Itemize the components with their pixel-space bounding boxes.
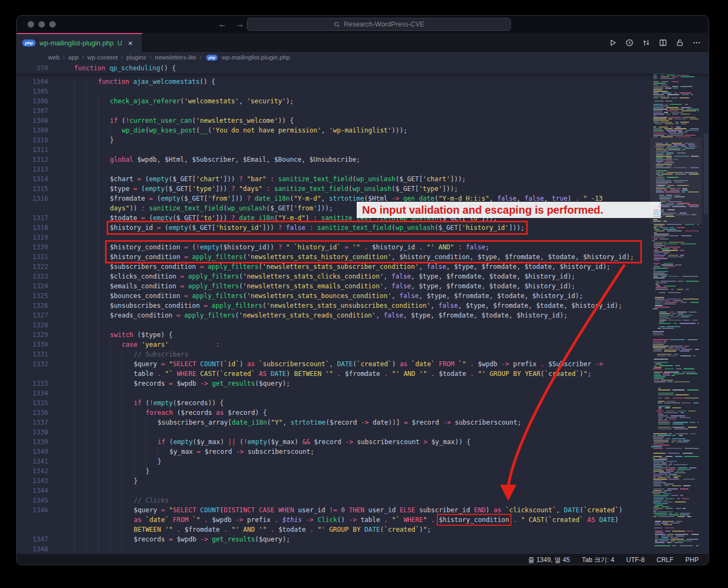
code-line-1322[interactable]: 1322$subscribers_condition = apply_filte… [17,262,709,272]
code-line-1340[interactable]: 1340$y_max = $record -> subscriberscount… [17,447,709,457]
code-line-1339[interactable]: 1339if (empty($y_max) || (!empty($y_max)… [17,437,709,447]
code-line-1342[interactable]: 1342} [17,466,709,476]
line-number: 1321 [17,252,56,262]
code-line-content: BETWEEN '" . $fromdate . "' AND '" . $to… [74,525,431,534]
scrollbar-thumb[interactable] [704,133,708,214]
line-number: 1306 [17,96,56,106]
line-number: 1334 [17,388,56,398]
more-actions-icon[interactable] [692,38,701,47]
code-line-1321[interactable]: 1321$history_condition = apply_filters('… [17,252,709,262]
line-number: 1325 [17,291,56,301]
breadcrumb-item-plugins[interactable]: plugins [127,54,146,61]
line-number: 1318 [17,223,56,233]
status-item[interactable]: CRLF [657,556,673,564]
code-line-1346[interactable]: 1346$query = "SELECT COUNT(DISTINCT CASE… [17,505,709,515]
code-line-1336[interactable]: 1336foreach ($records as $record) { [17,408,709,418]
code-line-1309[interactable]: 1309wp_die(wp_kses_post(__('You do not h… [17,125,709,135]
code-line-content: $clicks_condition = apply_filters('newsl… [74,272,575,281]
breadcrumb-separator: › [121,54,123,61]
code-line-1332[interactable]: 1332$query = "SELECT COUNT(`id`) as `sub… [17,359,709,369]
code-line-1324[interactable]: 1324$emails_condition = apply_filters('n… [17,281,709,291]
code-line-content: $query = "SELECT COUNT(`id`) as `subscri… [74,359,603,369]
breadcrumb-item-newsletters-lite[interactable]: newsletters-lite [155,54,196,61]
code-line-1348[interactable]: 1348 [17,544,709,554]
code-line-1328[interactable]: 1328 [17,320,709,330]
compare-changes-icon[interactable] [642,38,651,47]
code-line-1304[interactable]: 1304function ajax_welcomestats() { [17,77,709,87]
tab-wp-mailinglist-plugin[interactable]: php wp-mailinglist-plugin.php U × [17,33,142,52]
breadcrumb-item-app[interactable]: app [68,54,78,61]
maximize-window-button[interactable] [49,21,56,28]
code-line-1337[interactable]: 1337$subscribers_array[date_i18n("Y", st… [17,418,709,427]
code-line-1307[interactable]: 1307 [17,106,709,116]
status-item[interactable]: 줄 1349, 열 45 [528,556,570,565]
code-line-1320[interactable]: 1320$history_condition = (!empty($histor… [17,242,709,252]
line-number: 1344 [17,486,56,495]
code-line-content [74,164,110,174]
code-line-1325[interactable]: 1325$bounces_condition = apply_filters('… [17,291,709,301]
code-line-1314[interactable]: 1314$chart = (empty($_GET['chart'])) ? "… [17,174,709,184]
code-line-1311[interactable]: 1311 [17,145,709,155]
code-line-wrap[interactable]: as `date` FROM `" . $wpdb -> prefix . $t… [17,515,709,525]
back-arrow-icon[interactable]: ← [218,18,227,30]
code-line-content: $unsubscribes_condition = apply_filters(… [74,301,622,310]
code-line-1326[interactable]: 1326$unsubscribes_condition = apply_filt… [17,301,709,310]
breadcrumb-item-wp-content[interactable]: wp-content [87,54,117,61]
code-line-1344[interactable]: 1344 [17,486,709,495]
code-line-1327[interactable]: 1327$reads_condition = apply_filters('ne… [17,310,709,320]
code-line-1310[interactable]: 1310} [17,135,709,145]
code-line-wrap[interactable]: table . "` WHERE CAST(`created` AS DATE)… [17,369,709,379]
code-line-content: $history_condition = (!empty($history_id… [74,242,489,252]
minimap[interactable] [650,67,702,549]
line-number: 1339 [17,437,56,447]
split-editor-icon[interactable] [659,38,667,47]
unlock-icon[interactable] [675,38,684,47]
status-item[interactable]: UTF-8 [626,556,645,564]
run-icon[interactable] [608,38,617,47]
close-window-button[interactable] [28,21,34,28]
line-number: 1338 [17,427,56,437]
code-line-1334[interactable]: 1334 [17,388,709,398]
breadcrumb-item-web[interactable]: web [48,54,60,61]
code-editor[interactable]: No input validation and escaping is perf… [17,74,709,554]
code-line-1306[interactable]: 1306check_ajax_referer('welcomestats', '… [17,96,709,106]
forward-arrow-icon[interactable]: → [235,18,244,30]
code-line-1335[interactable]: 1335if (!empty($records)) { [17,398,709,408]
line-number: 1309 [17,125,56,135]
line-number: 1316 [17,194,56,203]
status-item[interactable]: Tab 크기: 4 [582,556,614,565]
code-line-1343[interactable]: 1343} [17,476,709,486]
code-line-1347[interactable]: 1347$records = $wpdb -> get_results($que… [17,534,709,544]
timeline-history-icon[interactable] [625,38,634,47]
tab-close-icon[interactable]: × [128,38,133,48]
code-line-1345[interactable]: 1345// Clicks [17,495,709,505]
code-line-1329[interactable]: 1329switch ($type) { [17,330,709,340]
minimize-window-button[interactable] [38,21,45,28]
breadcrumb-item-wp-mailinglist-plugin.php[interactable]: wp-mailinglist-plugin.php [222,54,290,61]
code-line-1331[interactable]: 1331// Subscribers [17,349,709,359]
line-number: 1327 [17,310,56,320]
code-line-1305[interactable]: 1305 [17,87,709,96]
line-number: 1341 [17,457,56,466]
breadcrumb-separator: › [82,54,84,61]
code-line-1312[interactable]: 1312global $wpdb, $Html, $Subscriber, $E… [17,155,709,164]
editor-region: web›app›wp-content›plugins›newsletters-l… [17,52,709,554]
code-line-1330[interactable]: 1330case 'years' : [17,340,709,349]
code-line-1323[interactable]: 1323$clicks_condition = apply_filters('n… [17,272,709,281]
code-line-content: foreach ($records as $record) { [74,408,267,418]
code-line-1341[interactable]: 1341} [17,457,709,466]
code-line-1338[interactable]: 1338 [17,427,709,437]
sticky-scroll-line[interactable]: 370 function qp_scheduling() { [17,63,709,74]
line-number: 1323 [17,272,56,281]
code-line-1333[interactable]: 1333$records = $wpdb -> get_results($que… [17,379,709,388]
code-line-1313[interactable]: 1313 [17,164,709,174]
code-line-content [74,87,98,96]
code-line-1319[interactable]: 1319 [17,233,709,242]
code-line-content: $chart = (empty($_GET['chart'])) ? "bar"… [74,174,466,184]
code-line-1315[interactable]: 1315$type = (empty($_GET['type'])) ? "da… [17,184,709,194]
status-item[interactable]: PHP [685,556,699,564]
code-line-1308[interactable]: 1308if (!current_user_can('newsletters_w… [17,116,709,125]
code-line-wrap[interactable]: BETWEEN '" . $fromdate . "' AND '" . $to… [17,525,709,534]
command-center-search[interactable]: Research-WordPress-CVE [247,18,511,31]
code-line-1318[interactable]: 1318$history_id = (empty($_GET['history_… [17,223,709,233]
